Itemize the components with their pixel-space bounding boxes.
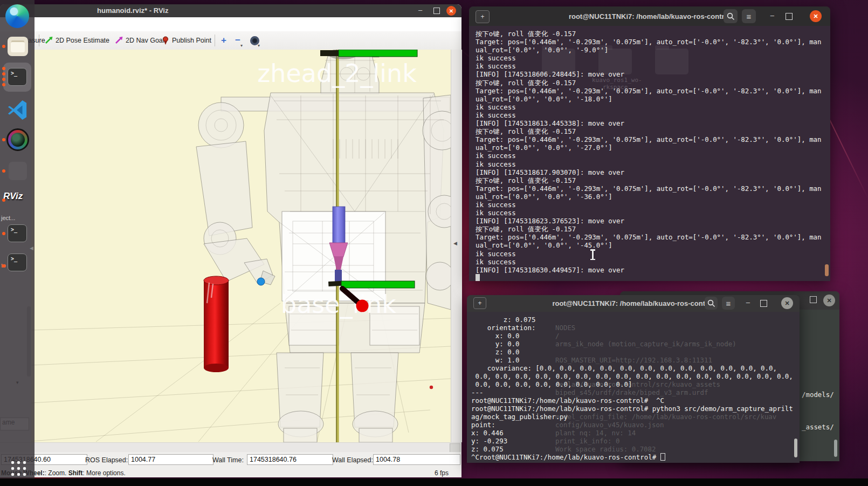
terminal-bottom-titlebar[interactable]: + root@NUC11TNKi7: /home/lab/kuavo-ros-c… — [467, 295, 800, 312]
axis-black-segment — [328, 281, 342, 286]
red-cylinder-object[interactable] — [204, 276, 229, 372]
edge-browser-icon[interactable] — [5, 4, 29, 28]
rviz-status-bar: Mouse Wheel:: Zoom. Shift: More options.… — [0, 468, 461, 477]
maximize-icon[interactable] — [760, 300, 767, 307]
close-button[interactable]: ✕ — [810, 10, 822, 22]
zoom-in-button[interactable]: + — [219, 33, 229, 47]
terminal-icon[interactable]: >_ — [8, 68, 27, 86]
vscode-icon[interactable] — [6, 99, 28, 121]
axis-black-segment — [320, 50, 339, 56]
prompt-glyph: >_ — [11, 70, 17, 76]
terminal-output-line: [INFO] [1745318623.376523]: move over — [476, 217, 830, 225]
files-icon[interactable] — [8, 37, 28, 56]
ghost-terminal-line: print_ik_info: 0 — [555, 437, 619, 445]
rviz-bottom-strip — [0, 442, 461, 453]
menu-button[interactable]: ≡ — [742, 9, 756, 23]
blue-marker-cylinder[interactable] — [333, 207, 345, 244]
toolbar-separator — [215, 35, 215, 46]
ghost-terminal-line: ROS_MASTER_URI=http://192.168.3.8:11311 — [555, 356, 712, 364]
panel-collapse-icon[interactable]: ◀ — [453, 241, 457, 246]
terminal-output-line: ual_rot=['0.0°', '0.0°', '-9.0°'] — [476, 46, 830, 54]
rviz-toolbar: Measure 2D Pose Estimate 2D Nav Goal Pub… — [0, 31, 461, 50]
wall-time-input[interactable]: 1745318640.76 — [247, 454, 333, 465]
close-button[interactable]: ✕ — [823, 295, 835, 306]
show-applications-icon[interactable] — [9, 459, 27, 477]
terminal-icon-3[interactable]: >_ — [8, 254, 27, 271]
rviz-views-panel-edge[interactable]: ◀ — [451, 50, 462, 442]
pose-estimate-button[interactable]: 2D Pose Estimate — [42, 33, 112, 47]
terminal-output-line: ik success — [476, 209, 830, 217]
search-button[interactable] — [724, 9, 738, 23]
blue-dot-marker[interactable] — [257, 278, 265, 285]
wall-elapsed-label: Wall Elapsed: — [332, 456, 373, 464]
close-icon: ✕ — [813, 13, 818, 20]
running-indicator-dot — [2, 83, 5, 86]
prompt-glyph: >_ — [11, 256, 17, 262]
running-indicator-dot — [2, 67, 5, 70]
terminal-output-line: ik success — [476, 111, 830, 119]
rviz-titlebar[interactable]: humanoid.rviz* - RViz – ✕ — [0, 4, 461, 17]
close-icon: ✕ — [449, 8, 453, 14]
maximize-icon[interactable] — [810, 296, 817, 303]
scrollbar-thumb[interactable] — [834, 440, 837, 457]
scrollbar-thumb[interactable] — [794, 439, 797, 457]
publish-point-button[interactable]: Publish Point — [160, 33, 213, 47]
terminal-window-top[interactable]: + root@NUC11TNKi7: /home/lab/kuavo-ros-c… — [469, 6, 830, 281]
running-indicator-dot — [2, 78, 5, 81]
rviz-window[interactable]: humanoid.rviz* - RViz – ✕ Measure 2D Pos… — [0, 4, 461, 473]
magenta-arrow-icon — [114, 36, 123, 45]
ros-elapsed-input[interactable]: 1004.77 — [128, 454, 213, 465]
dropdown-icon[interactable]: ▾ — [258, 43, 260, 48]
maximize-icon[interactable] — [786, 13, 793, 20]
hamburger-icon: ≡ — [726, 299, 731, 307]
ghost-terminal-line: biped_s45/urdf/drake/biped_v3_arm.urdf — [555, 388, 708, 396]
running-indicator-dot — [2, 138, 5, 141]
terminal-output-line: ual_rot=['0.0°', '0.0°', '-45.0°'] — [476, 241, 830, 249]
terminal-window-bottom[interactable]: + root@NUC11TNKi7: /home/lab/kuavo-ros-c… — [467, 295, 800, 463]
terminal-output-line: 按下o键, roll 值变化 -0.157 — [476, 79, 830, 87]
terminal-output-line: Target: pos=['0.446m', '-0.293m', '0.075… — [476, 87, 830, 95]
red-arrow-tip[interactable] — [356, 300, 369, 312]
close-button[interactable]: ✕ — [781, 297, 793, 309]
rviz-logo-text: RViz — [3, 191, 23, 201]
dock: >_ RViz ject... >_ ◀ >_ to — [0, 0, 35, 478]
terminal-output-line: Target: pos=['0.446m', '-0.293m', '0.075… — [476, 184, 830, 193]
green-arrow-icon — [44, 36, 53, 45]
minimize-icon[interactable]: – — [770, 12, 774, 19]
close-button[interactable]: ✕ — [446, 6, 456, 16]
rviz-window-title: humanoid.rviz* - RViz — [97, 6, 168, 15]
menu-button[interactable]: ≡ — [722, 297, 735, 310]
dropdown-icon[interactable]: ▾ — [240, 43, 243, 48]
hamburger-icon: ≡ — [747, 12, 752, 20]
robot-model — [196, 50, 451, 442]
wall-elapsed-input[interactable]: 1004.78 — [373, 454, 460, 465]
terminal-top-content[interactable]: kuavo_ros1_wo- rkspace 按下o键, roll 值变化 -0… — [469, 26, 830, 281]
terminal-bottom-content[interactable]: z: 0.075 orientation: x: 0.0 y: 0.0 z: 0… — [467, 312, 800, 463]
minimize-icon[interactable]: – — [418, 6, 422, 13]
terminal-top-titlebar[interactable]: + root@NUC11TNKi7: /home/lab/kuavo-ros-c… — [469, 6, 830, 26]
ghost-terminal-line: model_config_file: /home/lab/kuavo-ros-c… — [555, 413, 776, 421]
terminal-output-line: 按下o键, roll 值变化 -0.157 — [476, 225, 830, 233]
green-axis-mid — [341, 281, 415, 288]
minimize-icon[interactable]: – — [746, 299, 750, 306]
camera-lens-icon[interactable] — [6, 128, 29, 151]
wall-time-value: 1745318640.76 — [250, 456, 297, 463]
ghost-terminal-line: me/lab/kuavo-ros-control/src/kuavo_asset… — [555, 380, 720, 388]
terminal-output-line: ik success — [476, 152, 830, 160]
terminal-output-line: ik success — [476, 250, 830, 258]
unknown-app-icon[interactable] — [9, 162, 27, 180]
viewport-3d[interactable]: zhead_2_link base_link — [31, 50, 451, 442]
nav-goal-button[interactable]: 2D Nav Goal — [112, 33, 167, 47]
rviz-dock-icon[interactable]: RViz — [3, 191, 31, 206]
rviz-menubar[interactable] — [0, 17, 461, 32]
ghost-folder-label: kuavo_ros1_wo- — [592, 77, 642, 84]
publish-point-label: Publish Point — [172, 37, 211, 44]
ghost-terminal-line: arms_ik_node (motion_capture_ik/arms_ik_… — [555, 340, 736, 348]
scrollbar-thumb[interactable] — [825, 264, 829, 276]
terminal-output-line: ik success — [476, 258, 830, 266]
maximize-icon[interactable] — [433, 8, 440, 14]
close-icon: ✕ — [784, 300, 789, 307]
search-button[interactable] — [705, 297, 718, 310]
terminal-icon-2[interactable]: >_ — [8, 224, 27, 242]
terminal-output-line: ual_rot=['0.0°', '0.0°', '-18.0°'] — [476, 95, 830, 103]
